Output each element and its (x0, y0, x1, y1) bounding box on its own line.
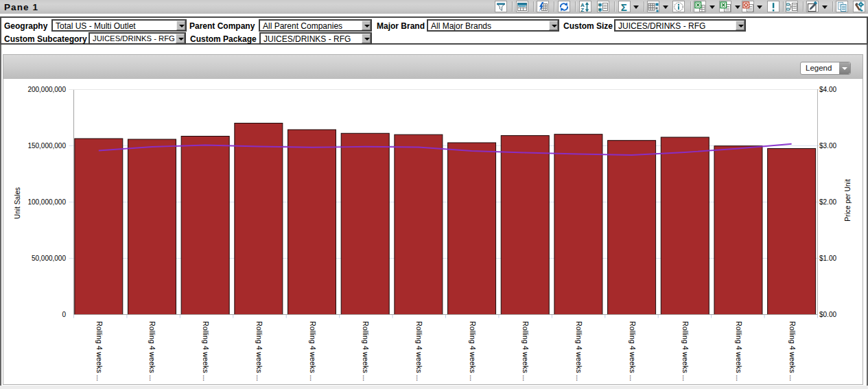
svg-text:✱: ✱ (598, 7, 602, 12)
svg-text:Z: Z (580, 7, 584, 12)
svg-text:Σ: Σ (621, 1, 627, 12)
